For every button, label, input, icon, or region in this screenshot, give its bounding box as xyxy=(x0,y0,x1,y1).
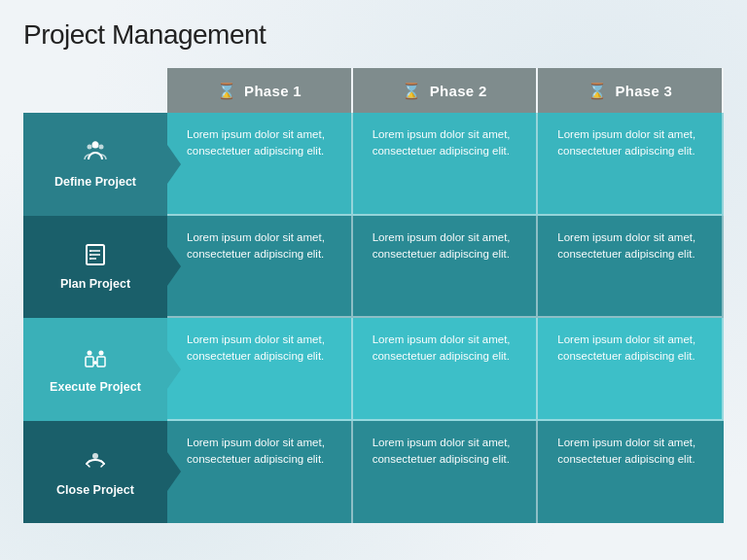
cell-execute-phase2: Lorem ipsum dolor sit amet, consectetuer… xyxy=(353,318,539,421)
svg-point-3 xyxy=(93,141,97,145)
hourglass-icon-2: ⌛ xyxy=(402,82,421,100)
cell-close-phase1: Lorem ipsum dolor sit amet, consectetuer… xyxy=(167,421,353,524)
cell-define-phase2: Lorem ipsum dolor sit amet, consectetuer… xyxy=(353,113,539,216)
hourglass-icon-3: ⌛ xyxy=(587,82,607,100)
svg-point-1 xyxy=(88,145,92,150)
phase-3-label: Phase 3 xyxy=(615,83,672,99)
define-label: Define Project xyxy=(54,175,136,190)
phase-2-header: ⌛ Phase 2 xyxy=(353,68,539,113)
project-grid: ⌛ Phase 1 ⌛ Phase 2 ⌛ Phase 3 xyxy=(23,68,724,523)
svg-point-13 xyxy=(88,351,92,356)
svg-rect-11 xyxy=(86,357,93,367)
page: Project Management ⌛ Phase 1 ⌛ Phase 2 ⌛… xyxy=(0,0,747,560)
row-label-define: Define Project xyxy=(23,113,167,216)
phase-2-label: Phase 2 xyxy=(430,83,487,99)
cell-define-phase3: Lorem ipsum dolor sit amet, consectetuer… xyxy=(538,113,724,216)
cell-plan-phase3: Lorem ipsum dolor sit amet, consectetuer… xyxy=(538,216,724,319)
cell-define-phase1: Lorem ipsum dolor sit amet, consectetuer… xyxy=(167,113,353,216)
corner-empty xyxy=(23,68,167,113)
cell-plan-phase2: Lorem ipsum dolor sit amet, consectetuer… xyxy=(353,216,539,319)
cell-plan-phase1: Lorem ipsum dolor sit amet, consectetuer… xyxy=(167,216,353,319)
cell-execute-phase1: Lorem ipsum dolor sit amet, consectetuer… xyxy=(167,318,353,421)
cell-close-phase2: Lorem ipsum dolor sit amet, consectetuer… xyxy=(353,421,539,524)
execute-label: Execute Project xyxy=(50,380,141,395)
cell-close-phase3: Lorem ipsum dolor sit amet, consectetuer… xyxy=(538,421,724,524)
svg-rect-10 xyxy=(89,258,91,260)
plan-icon xyxy=(83,242,108,271)
phase-1-label: Phase 1 xyxy=(244,83,302,99)
svg-rect-9 xyxy=(89,254,91,256)
close-project-icon xyxy=(82,446,109,477)
svg-rect-12 xyxy=(97,357,105,367)
row-label-plan: Plan Project xyxy=(23,216,167,319)
phase-1-header: ⌛ Phase 1 xyxy=(167,68,353,113)
row-label-close: Close Project xyxy=(23,421,167,524)
row-label-execute: Execute Project xyxy=(23,318,167,421)
define-icon xyxy=(82,138,109,169)
plan-label: Plan Project xyxy=(60,277,130,292)
hourglass-icon-1: ⌛ xyxy=(217,82,236,100)
svg-point-2 xyxy=(99,145,104,150)
cell-execute-phase3: Lorem ipsum dolor sit amet, consectetuer… xyxy=(538,318,724,421)
close-label: Close Project xyxy=(56,483,134,498)
svg-point-14 xyxy=(99,351,104,356)
svg-point-17 xyxy=(92,453,98,459)
svg-rect-8 xyxy=(89,250,91,252)
page-title: Project Management xyxy=(23,19,724,51)
phase-3-header: ⌛ Phase 3 xyxy=(538,68,724,113)
execute-icon xyxy=(82,343,109,374)
